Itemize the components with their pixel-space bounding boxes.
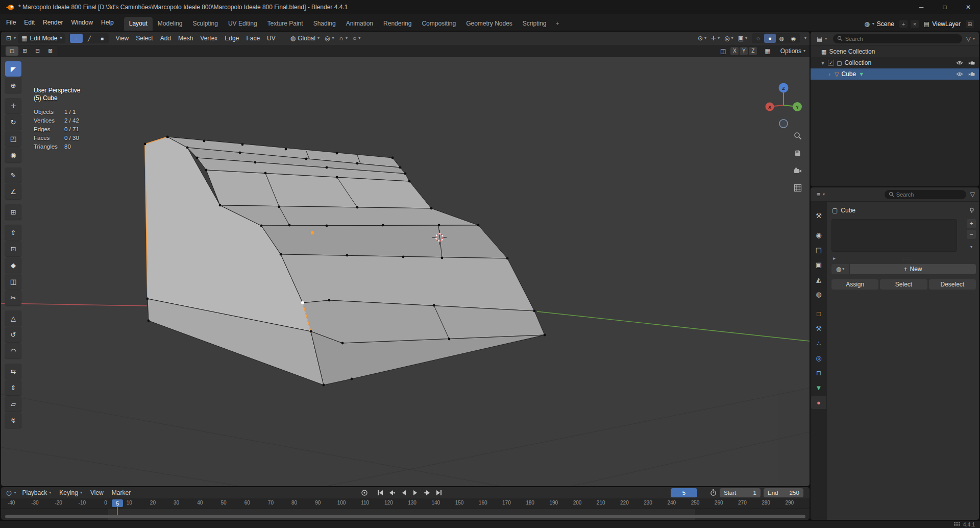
viewport-menu-uv[interactable]: UV xyxy=(263,33,279,43)
timeline-menu-marker[interactable]: Marker xyxy=(108,487,135,498)
workspace-tab-scripting[interactable]: Scripting xyxy=(518,17,552,31)
mirror-axis-z[interactable]: Z xyxy=(749,47,757,55)
jump-to-end-button[interactable] xyxy=(434,488,444,497)
add-slot-button[interactable]: + xyxy=(967,219,976,228)
workspace-tab-rendering[interactable]: Rendering xyxy=(378,17,416,31)
output-properties-tab[interactable]: ▤ xyxy=(811,243,826,256)
timeline-menu-view[interactable]: View xyxy=(86,487,108,498)
material-slot-list[interactable] xyxy=(831,219,957,252)
knife-tool[interactable]: ✂ xyxy=(5,290,21,305)
orthographic-grid-icon[interactable] xyxy=(793,183,802,194)
new-material-button[interactable]: + New xyxy=(850,264,976,274)
auto-keying-toggle[interactable] xyxy=(359,488,369,497)
measure-tool[interactable]: ∠ xyxy=(5,184,21,199)
gizmo-z-axis[interactable]: Z xyxy=(779,83,789,93)
rendered-shading-button[interactable]: ◉ xyxy=(788,34,799,43)
play-reverse-button[interactable] xyxy=(399,488,408,497)
scale-tool[interactable]: ◰ xyxy=(5,131,21,146)
camera-visibility-icon[interactable] xyxy=(967,60,976,66)
gizmo-negative-z-axis[interactable] xyxy=(779,119,788,128)
deselect-button[interactable]: Deselect xyxy=(929,279,976,290)
timeline-scrollbar[interactable] xyxy=(5,515,805,518)
remove-slot-button[interactable]: − xyxy=(967,230,976,239)
outliner-row-scene-collection[interactable]: ▦Scene Collection xyxy=(811,46,979,57)
mirror-axis-x[interactable]: X xyxy=(730,47,739,55)
timeline-menu-playback[interactable]: Playback▾ xyxy=(18,487,56,498)
view-layer-properties-tab[interactable]: ▣ xyxy=(811,258,826,271)
select-new-button[interactable]: ▢ xyxy=(6,46,18,56)
camera-view-icon[interactable] xyxy=(793,166,802,177)
playhead-line[interactable] xyxy=(117,506,118,515)
unlink-scene-button[interactable]: × xyxy=(911,20,919,28)
show-gizmos-dropdown[interactable]: ✛▾ xyxy=(711,35,720,41)
workspace-tab-sculpting[interactable]: Sculpting xyxy=(188,17,223,31)
material-preview-shading-button[interactable]: ◍ xyxy=(776,34,788,43)
menu-render[interactable]: Render xyxy=(39,16,67,29)
shading-dropdown[interactable]: ▾ xyxy=(804,36,806,40)
select-extend-button[interactable]: ⊞ xyxy=(18,46,31,56)
outliner-row-collection[interactable]: ▾✓▢Collection xyxy=(811,57,979,68)
previous-keyframe-button[interactable] xyxy=(387,488,397,497)
viewport-menu-edge[interactable]: Edge xyxy=(221,33,242,43)
timeline-editor-type-button[interactable]: ◷ ▾ xyxy=(4,489,18,497)
select-box-tool[interactable]: ◤ xyxy=(5,61,21,77)
face-select-button[interactable]: ■ xyxy=(95,34,108,43)
stopwatch-icon[interactable] xyxy=(709,489,717,496)
cursor-tool[interactable]: ⊕ xyxy=(5,78,21,93)
render-properties-tab[interactable]: ◉ xyxy=(811,228,826,242)
snap-dropdown[interactable]: ∩ ▾ xyxy=(339,35,348,41)
expander-icon[interactable]: › xyxy=(827,71,832,77)
viewlayer-selector[interactable]: ▤ ViewLayer xyxy=(922,19,963,29)
bevel-tool[interactable]: ◆ xyxy=(5,257,21,273)
snap-target-icon[interactable]: ▦ xyxy=(765,48,770,54)
new-scene-button[interactable]: + xyxy=(899,20,908,28)
pivot-point-dropdown[interactable]: ◎ ▾ xyxy=(325,35,334,41)
scene-selector[interactable]: ◍ ▾ Scene xyxy=(862,19,896,29)
workspace-tab-modeling[interactable]: Modeling xyxy=(153,17,188,31)
constraints-properties-tab[interactable]: ⊓ xyxy=(811,366,826,379)
mesh-object[interactable] xyxy=(145,137,545,385)
workspace-tab-texture-paint[interactable]: Texture Paint xyxy=(262,17,308,31)
options-dropdown[interactable]: Options ▾ xyxy=(780,47,805,55)
timeline-menu-keying[interactable]: Keying▾ xyxy=(55,487,86,498)
solid-shading-button[interactable]: ● xyxy=(764,34,776,43)
inset-faces-tool[interactable]: ⊡ xyxy=(5,241,21,256)
select-button[interactable]: Select xyxy=(880,279,927,290)
active-vertex[interactable] xyxy=(311,231,314,234)
select-subtract-button[interactable]: ⊟ xyxy=(31,46,44,56)
outliner-filter-dropdown[interactable]: ▽ ▾ xyxy=(966,36,975,42)
slot-specials-dropdown[interactable]: ▾ xyxy=(970,245,972,249)
workspace-tab-geometry-nodes[interactable]: Geometry Nodes xyxy=(461,17,518,31)
show-visibility-dropdown[interactable]: ⊙▾ xyxy=(698,35,706,41)
viewport-menu-mesh[interactable]: Mesh xyxy=(175,33,197,43)
shrink-fatten-tool[interactable]: ⇕ xyxy=(5,380,21,395)
viewport-menu-add[interactable]: Add xyxy=(157,33,175,43)
navigation-gizmo[interactable]: Z X Y xyxy=(763,81,804,131)
material-properties-tab[interactable]: ● xyxy=(811,396,826,409)
edge-select-button[interactable]: ╱ xyxy=(83,34,95,43)
close-button[interactable]: ✕ xyxy=(957,0,980,14)
viewport-editor-type-button[interactable]: ⊡ ▾ xyxy=(4,34,18,42)
mesh-canvas[interactable] xyxy=(1,57,810,486)
outliner-search[interactable] xyxy=(833,34,962,43)
timeline-tracks[interactable] xyxy=(1,509,810,520)
object-data-properties-tab[interactable]: ▼ xyxy=(811,381,826,394)
properties-editor-type-button[interactable]: ≡ ▾ xyxy=(815,190,827,199)
menu-help[interactable]: Help xyxy=(97,16,118,29)
workspace-tab-animation[interactable]: Animation xyxy=(341,17,378,31)
physics-properties-tab[interactable]: ◎ xyxy=(811,351,826,365)
eye-icon[interactable] xyxy=(955,60,964,66)
transform-orientation-dropdown[interactable]: ◍ Global ▾ xyxy=(290,35,320,42)
annotate-tool[interactable]: ✎ xyxy=(5,167,21,183)
minimize-button[interactable]: ─ xyxy=(910,0,933,14)
selected-vertex[interactable] xyxy=(301,301,304,304)
add-cube-tool[interactable]: ⊞ xyxy=(5,204,21,220)
toggle-xray-dropdown[interactable]: ▣▾ xyxy=(738,35,747,41)
eye-icon[interactable] xyxy=(955,71,964,77)
properties-search[interactable] xyxy=(885,190,966,199)
object-properties-tab[interactable]: □ xyxy=(811,307,826,320)
pin-icon[interactable] xyxy=(969,207,975,213)
zoom-icon[interactable] xyxy=(793,131,802,142)
scrollbar-thumb[interactable] xyxy=(5,515,805,518)
browse-material-button[interactable]: ◍ ▾ xyxy=(831,264,849,274)
